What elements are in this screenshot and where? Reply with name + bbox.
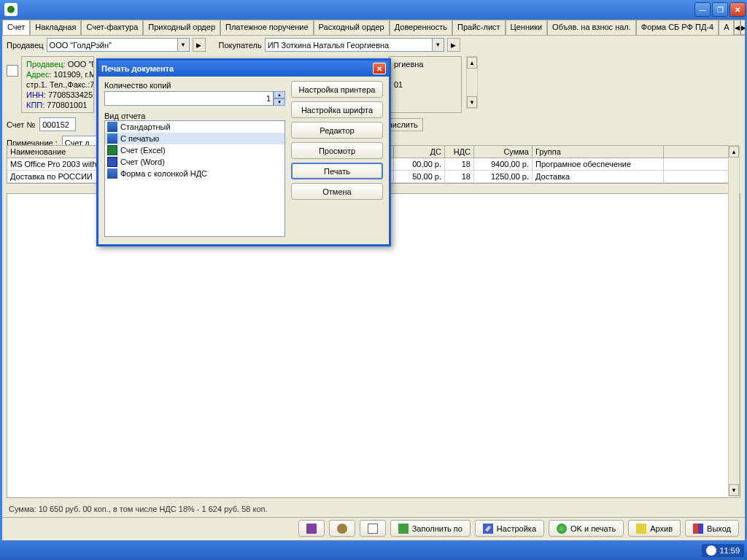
report-item-nds[interactable]: Форма с колонкой НДС [105,168,285,179]
report-label: С печатью [120,134,159,143]
excel-icon [107,145,117,155]
cell-group: Доставка [533,171,664,182]
printer-setup-button[interactable]: Настройка принтера [291,81,383,98]
book-icon [306,524,317,534]
fill-button-label: Заполнить по [412,524,462,533]
ok-print-button[interactable]: OK и печать [549,520,624,537]
titlebar: — ❐ ✕ [0,0,747,19]
report-item-word[interactable]: Счет (Word) [105,156,285,168]
exit-icon [693,524,703,534]
buyer-combo[interactable] [265,38,433,52]
main-scrollbar[interactable]: ▲ ▼ [728,145,740,497]
status-bar: Сумма: 10 650 руб. 00 коп., в том числе … [7,502,740,516]
exit-button[interactable]: Выход [685,520,739,537]
report-label: Стандартный [120,122,171,131]
col-ds[interactable]: ДС [394,146,445,158]
tab-schet[interactable]: Счет [2,20,30,35]
document-icon [7,65,18,77]
buyer-nav-button[interactable]: ▶ [447,38,460,52]
editor-button[interactable]: Редактор [291,122,383,139]
tab-scroll-left[interactable]: ◀ [734,20,740,35]
tool-button[interactable] [329,520,355,537]
tab-sb-rf[interactable]: Форма СБ РФ ПД-4 [636,20,719,35]
word-icon [107,157,117,167]
ok-icon [557,524,567,534]
col-sum[interactable]: Сумма [474,146,533,158]
dialog-title: Печать документа [101,64,174,73]
spin-up-icon[interactable]: ▲ [274,91,285,98]
col-nds[interactable]: НДС [445,146,474,158]
cell-sum: 1250,00 р. [474,171,533,182]
seller-nav-button[interactable]: ▶ [193,38,206,52]
tab-schet-faktura[interactable]: Счет-фактура [81,20,143,35]
tray-icon[interactable] [706,545,716,556]
seller-dropdown-button[interactable]: ▼ [178,38,190,52]
seller-combo[interactable] [47,38,178,52]
scroll-down-icon[interactable]: ▼ [467,96,477,108]
help-button[interactable] [298,520,325,537]
copies-input[interactable] [104,91,274,106]
taskbar: 11:59 [0,541,747,560]
wrench-icon [483,524,493,534]
tab-nakladnaya[interactable]: Накладная [30,20,81,35]
print-button[interactable]: Печать [291,163,383,179]
tab-platezh[interactable]: Платежное поручение [220,20,314,35]
tab-price[interactable]: Прайс-лист [452,20,506,35]
seller-label: Продавец [7,41,44,50]
dialog-titlebar[interactable]: Печать документа ✕ [98,61,389,77]
report-item-standard[interactable]: Стандартный [105,121,285,133]
report-type-label: Вид отчета [104,112,285,120]
cell-ds: 50,00 р. [394,171,445,182]
report-icon [107,122,117,132]
tab-scroll-right[interactable]: ▶ [740,20,745,35]
clock: 11:59 [719,546,740,555]
print-dialog: Печать документа ✕ Количество копий ▲ ▼ … [96,58,391,246]
ok-print-label: OK и печать [570,524,616,533]
account-number-input[interactable] [39,117,76,131]
tab-more[interactable]: А [719,20,734,35]
app-icon [4,3,18,16]
buyer-dropdown-button[interactable]: ▼ [433,38,444,52]
maximize-button[interactable]: ❐ [712,2,728,17]
archive-icon [636,524,646,534]
window-button[interactable] [360,520,386,537]
seller-info-box: Продавец: ООО "Го Адрес: 101909, г.Мо ст… [21,56,94,113]
archive-button[interactable]: Архив [628,520,681,537]
tab-cenniki[interactable]: Ценники [506,20,548,35]
cancel-button[interactable]: Отмена [291,183,383,200]
scroll-down-icon[interactable]: ▼ [729,484,739,496]
report-list[interactable]: Стандартный С печатью Счет (Excel) Счет … [104,120,285,237]
button-bar: Заполнить по Настройка OK и печать Архив… [2,517,745,539]
tab-rashodny[interactable]: Расходный ордер [314,20,390,35]
scroll-up-icon[interactable]: ▲ [729,146,739,158]
system-tray[interactable]: 11:59 [702,544,744,557]
cell-nds: 18 [445,158,474,170]
col-group[interactable]: Группа [533,146,664,158]
copies-spinner[interactable]: ▲ ▼ [274,91,285,106]
settings-button-label: Настройка [497,524,536,533]
report-item-excel[interactable]: Счет (Excel) [105,144,285,156]
cell-group: Програмное обеспечение [533,158,664,170]
copies-label: Количество копий [104,81,285,90]
preview-button[interactable]: Просмотр [291,142,383,159]
fill-button[interactable]: Заполнить по [390,520,471,537]
tab-doverennost[interactable]: Доверенность [390,20,452,35]
report-item-stamp[interactable]: С печатью [105,133,285,144]
info-scrollbar[interactable]: ▲ ▼ [466,56,478,109]
close-button[interactable]: ✕ [729,2,746,17]
minimize-button[interactable]: — [694,2,711,17]
font-setup-button[interactable]: Настройка шрифта [291,101,383,118]
report-icon [107,168,117,179]
tab-prihodny[interactable]: Приходный ордер [143,20,220,35]
buyer-label: Покупатель [219,41,262,50]
report-label: Счет (Word) [120,158,165,166]
spin-down-icon[interactable]: ▼ [274,98,285,106]
dialog-close-button[interactable]: ✕ [373,63,386,74]
fill-icon [398,524,409,534]
settings-button[interactable]: Настройка [475,520,544,537]
exit-label: Выход [707,524,731,533]
document-tabs: Счет Накладная Счет-фактура Приходный ор… [2,20,745,36]
report-label: Форма с колонкой НДС [120,169,207,178]
scroll-up-icon[interactable]: ▲ [467,57,477,69]
tab-obyav[interactable]: Объяв. на взнос нал. [547,20,636,35]
